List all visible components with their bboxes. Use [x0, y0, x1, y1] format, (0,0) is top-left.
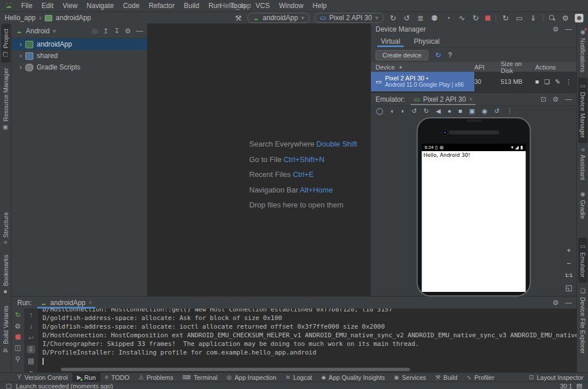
debug-icon[interactable]: ⚉ — [430, 14, 439, 22]
volume-up-icon[interactable]: ◖ — [390, 108, 394, 114]
reader-mode-icon[interactable]: ▤ — [577, 383, 582, 389]
toolwindow-services[interactable]: ◉ Services — [389, 373, 431, 382]
menu-item[interactable]: Build — [179, 1, 204, 10]
menu-item[interactable]: Edit — [37, 1, 58, 10]
volume-down-icon[interactable]: ◗ — [401, 108, 405, 114]
horizontal-scrollbar[interactable] — [61, 368, 410, 371]
chevron-down-icon[interactable]: ▾ — [52, 28, 56, 34]
hide-panel-icon[interactable]: — — [565, 26, 572, 33]
menu-item[interactable]: File — [17, 1, 37, 10]
sidebar-item-build-variants[interactable]: ⚒ Build Variants — [1, 301, 10, 359]
hide-panel-icon[interactable]: — — [136, 28, 143, 34]
rerun-icon[interactable]: ↻ — [15, 311, 21, 318]
chevron-right-icon[interactable]: › — [20, 52, 22, 59]
sidebar-item-device-file-explorer[interactable]: ❏ Device File Explorer — [578, 283, 587, 359]
scroll-down-icon[interactable]: ↓ — [29, 323, 33, 330]
settings-gear-icon[interactable]: ⚙ — [561, 14, 570, 22]
menu-item[interactable]: Code — [118, 1, 144, 10]
refresh-icon[interactable]: ↻ — [435, 52, 441, 59]
zoom-out-icon[interactable]: − — [567, 260, 571, 267]
breadcrumb-project[interactable]: Hello_app — [5, 14, 36, 22]
column-header-actions[interactable]: Actions — [535, 64, 577, 71]
toolwindow-profiler[interactable]: ∿ Profiler — [462, 373, 499, 382]
screenshot-icon[interactable]: ▣ — [469, 108, 475, 114]
restore-layout-icon[interactable]: ◫ — [14, 344, 21, 351]
breadcrumb-module[interactable]: androidApp — [56, 14, 91, 22]
hide-panel-icon[interactable]: — — [565, 299, 572, 306]
gear-icon[interactable]: ⚙ — [125, 28, 131, 34]
back-icon[interactable]: ◀ — [436, 108, 440, 114]
sidebar-item-gradle[interactable]: ◉ Gradle — [578, 186, 587, 224]
print-icon[interactable]: ▤ — [28, 357, 34, 364]
run-configuration-dropdown[interactable]: androidApp ▾ — [247, 13, 309, 23]
expand-all-icon[interactable]: ↥ — [103, 28, 109, 34]
toolwindow-todo[interactable]: ≡ TODO — [100, 373, 134, 382]
profile-restart-icon[interactable]: ↻ — [471, 14, 480, 22]
actual-size-icon[interactable]: 1:1 — [565, 273, 572, 278]
toolwindow-version-control[interactable]: ϒ Version Control — [13, 373, 72, 382]
snapshots-icon[interactable]: ↺ — [494, 108, 500, 114]
search-everywhere-icon[interactable] — [548, 14, 556, 22]
avatar[interactable]: ☻ — [575, 14, 583, 22]
help-icon[interactable]: ? — [448, 52, 452, 59]
sdk-manager-icon[interactable]: ⇓ — [529, 14, 537, 22]
column-header-device[interactable]: Device ▲ — [371, 64, 474, 71]
create-device-button[interactable]: Create device — [376, 50, 428, 60]
sidebar-item-project[interactable]: ❏ Project — [1, 24, 10, 63]
tree-item-androidapp[interactable]: › androidApp — [11, 38, 147, 50]
fit-to-window-icon[interactable]: ◱ — [565, 284, 572, 291]
close-tab-icon[interactable]: × — [88, 299, 92, 306]
emulator-tab[interactable]: ▭ Pixel 2 API 30 × — [411, 93, 475, 105]
caret-position[interactable]: 30:1 — [560, 383, 572, 389]
device-folder-icon[interactable]: ❏ — [544, 79, 550, 85]
toolwindow-build[interactable]: ⚒ Build — [431, 373, 462, 382]
menu-item[interactable]: VCS — [251, 1, 274, 10]
locate-file-icon[interactable]: ◎ — [92, 28, 98, 34]
more-actions-icon[interactable]: ⋮ — [566, 79, 572, 85]
soft-wrap-icon[interactable]: ↩ — [28, 334, 34, 341]
menu-item[interactable]: Navigate — [82, 1, 118, 10]
sidebar-item-device-manager[interactable]: ▭ Device Manager — [578, 78, 587, 143]
stop-device-icon[interactable]: ■ — [535, 79, 539, 85]
phone-display[interactable]: 6:24 ▯ ◍ ▾ ◢ ▮ Hello, — [422, 144, 526, 292]
screen-record-icon[interactable]: ◉ — [482, 108, 488, 114]
scroll-up-icon[interactable]: ↑ — [29, 311, 33, 318]
stop-icon[interactable] — [485, 16, 490, 21]
toolwindow-run[interactable]: ▶ Run — [72, 373, 100, 382]
toolwindow-logcat[interactable]: ≋ Logcat — [281, 373, 316, 382]
close-tab-icon[interactable]: × — [469, 96, 473, 103]
chevron-right-icon[interactable]: › — [20, 64, 22, 71]
toolwindow-layout-inspector[interactable]: ⊡ Layout Inspector — [524, 373, 588, 382]
tree-item-gradle-scripts[interactable]: › Gradle Scripts — [11, 61, 147, 73]
tab-virtual[interactable]: Virtual — [374, 35, 407, 47]
hide-panel-icon[interactable]: — — [565, 96, 572, 103]
menu-item[interactable]: Help — [308, 1, 331, 10]
sidebar-item-notifications[interactable]: ◉ Notifications — [578, 24, 587, 78]
menu-item[interactable]: Refactor — [144, 1, 179, 10]
menu-item[interactable]: View — [58, 1, 82, 10]
sidebar-item-emulator[interactable]: ▭ Emulator — [578, 238, 587, 283]
rotate-right-icon[interactable]: ↻ — [424, 108, 429, 114]
sidebar-item-structure[interactable]: ≡ Structure — [1, 207, 10, 249]
menu-item[interactable]: Window — [274, 1, 308, 10]
apply-code-changes-icon[interactable]: ↺ — [403, 14, 411, 22]
gear-icon[interactable]: ⚙ — [552, 299, 559, 306]
chevron-right-icon[interactable]: › — [20, 41, 22, 48]
device-manager-icon[interactable]: ▭ — [515, 14, 524, 22]
rotate-left-icon[interactable]: ↺ — [412, 108, 417, 114]
toolwindow-app-quality-insights[interactable]: ◆ App Quality Insights — [317, 373, 390, 382]
stop-icon[interactable] — [16, 334, 21, 340]
home-icon[interactable]: ● — [448, 108, 452, 114]
build-hammer-icon[interactable]: ⚒ — [234, 14, 242, 22]
run-console[interactable]: D/HostConnection: HostConnection::get() … — [38, 309, 577, 372]
profiler-icon[interactable]: ∿ — [458, 14, 466, 22]
target-device-dropdown[interactable]: ▭ Pixel 2 API 30 ▾ — [315, 13, 384, 23]
toolwindow-terminal[interactable]: ⌨ Terminal — [178, 373, 222, 382]
phone-screen[interactable]: Hello, Android 30! — [422, 151, 526, 292]
tree-item-shared[interactable]: › shared — [11, 50, 147, 61]
sync-project-icon[interactable]: ↻ — [501, 14, 510, 22]
power-icon[interactable]: ◯ — [376, 108, 383, 114]
sidebar-item-assistant[interactable]: ≡ Assistant — [578, 143, 587, 185]
collapse-all-icon[interactable]: ↧ — [114, 28, 119, 34]
attach-profiler-icon[interactable]: ◔ — [444, 14, 452, 22]
